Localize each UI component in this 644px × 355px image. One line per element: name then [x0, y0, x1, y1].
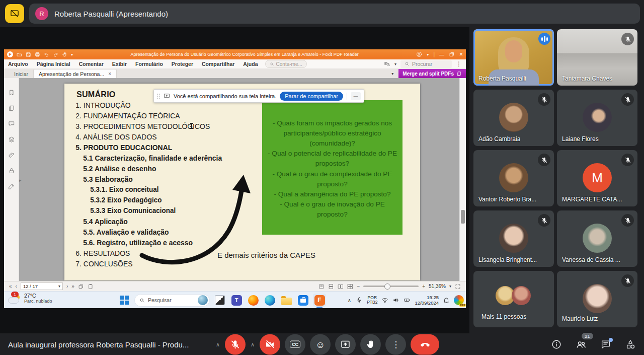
camera-toggle-button[interactable]: [260, 334, 280, 354]
last-page-button[interactable]: »: [71, 283, 74, 289]
participant-tile-margarete-cata[interactable]: MMARGARETE CATA...: [557, 150, 637, 206]
foxit-app-icon[interactable]: F: [313, 294, 326, 307]
foxit-title-bar[interactable]: F ▾ Apresentação de Persona do Usuário G…: [4, 49, 466, 59]
mic-toggle-button[interactable]: [225, 334, 246, 354]
first-page-button[interactable]: «: [9, 283, 12, 289]
activities-button[interactable]: [625, 339, 636, 350]
zoom-in-button[interactable]: +: [422, 283, 425, 289]
menu-ajuda[interactable]: Ajuda: [243, 61, 258, 67]
single-page-view-icon[interactable]: [318, 283, 325, 290]
more-options-button[interactable]: ⋮: [385, 334, 406, 354]
zoom-percentage[interactable]: 51,36%: [429, 283, 446, 289]
start-button[interactable]: [118, 294, 131, 307]
zoom-slider-knob[interactable]: [384, 283, 390, 290]
zoom-caret[interactable]: ▾: [449, 284, 451, 289]
edge-app-icon[interactable]: [263, 294, 276, 307]
minimize-button[interactable]: —: [439, 52, 444, 57]
participant-tile-vanessa-de-cassia[interactable]: Vanessa de Cassia ...: [557, 210, 637, 267]
participant-tile-ad-o-cambraia[interactable]: Adão Cambraia: [473, 90, 554, 146]
save-icon[interactable]: [26, 52, 31, 57]
hide-share-bar-button[interactable]: —: [351, 92, 361, 100]
qat-caret[interactable]: ▾: [71, 52, 73, 57]
task-view-button[interactable]: [213, 294, 226, 307]
layers-panel-icon[interactable]: [8, 136, 15, 143]
menu-arquivo[interactable]: Arquivo: [8, 61, 28, 67]
wifi-icon[interactable]: [381, 297, 388, 304]
open-file-icon[interactable]: [17, 52, 22, 57]
print-icon[interactable]: [35, 52, 40, 57]
participants-button[interactable]: 21: [576, 339, 587, 350]
zoom-slider[interactable]: [363, 286, 419, 287]
page-number-field[interactable]: 12 / 17 ▾: [21, 282, 63, 290]
account-caret[interactable]: ▾: [427, 52, 429, 57]
file-explorer-icon[interactable]: [280, 294, 293, 307]
pages-panel-icon[interactable]: [8, 105, 15, 112]
restore-button[interactable]: [449, 51, 455, 57]
weather-widget[interactable]: 1 27°C Parc. nublado: [8, 293, 52, 304]
more-tools-icon[interactable]: ⋮: [456, 60, 462, 67]
camera-options-chevron[interactable]: ∧: [250, 341, 255, 347]
mic-options-chevron[interactable]: ∧: [215, 341, 220, 347]
fullscreen-icon[interactable]: [455, 283, 461, 290]
raise-hand-button[interactable]: [360, 334, 381, 354]
participant-tile-lisangela-bringhent[interactable]: Lisangela Bringhent...: [473, 210, 554, 267]
advanced-search-caret[interactable]: ▾: [394, 62, 396, 66]
taskbar-search[interactable]: Pesquisar: [134, 294, 210, 307]
meeting-details-button[interactable]: [551, 339, 562, 350]
snapshot-icon[interactable]: [78, 283, 84, 290]
tray-mic-icon[interactable]: [356, 297, 363, 304]
tab-iniciar[interactable]: Iniciar: [9, 69, 33, 78]
bookmark-panel-icon[interactable]: [8, 89, 15, 96]
tab-apresenta-o-de-persona[interactable]: Apresentação de Persona...×: [33, 69, 117, 78]
menu-comentar[interactable]: Comentar: [79, 61, 104, 67]
presenting-indicator-icon[interactable]: [5, 4, 24, 23]
battery-icon[interactable]: [404, 297, 411, 304]
merge-split-pdfs-banner[interactable]: Merge and split PDFs: [398, 69, 466, 78]
firefox-app-icon[interactable]: [247, 294, 260, 307]
continuous-facing-view-icon[interactable]: [347, 283, 353, 290]
teams-app-icon[interactable]: T: [230, 294, 243, 307]
participant-tile-vantoir-roberto-bra[interactable]: Vantoir Roberto Bra...: [473, 150, 554, 206]
volume-icon[interactable]: [392, 297, 399, 304]
signature-panel-icon[interactable]: [8, 183, 15, 190]
presenter-spotlight-pill[interactable]: R Roberta Pasqualli (Apresentando): [29, 4, 640, 24]
leave-call-button[interactable]: [411, 334, 439, 354]
participant-tile-mauricio-lutz[interactable]: Mauricio Lutz: [557, 271, 637, 327]
stop-sharing-button[interactable]: Parar de compartilhar: [280, 92, 343, 101]
participant-tile-laiane-flores[interactable]: Laiane Flores: [557, 90, 637, 146]
participant-tile-mais-11-pessoas[interactable]: Mais 11 pessoas: [473, 271, 554, 327]
clock[interactable]: 19:25 12/09/2024: [415, 295, 439, 306]
clipboard-icon[interactable]: [88, 283, 94, 290]
document-scrollbar[interactable]: [459, 78, 466, 281]
language-indicator[interactable]: POR PTB2: [367, 296, 377, 305]
attachment-panel-icon[interactable]: [8, 152, 15, 159]
tray-overflow-chevron[interactable]: ∧: [347, 298, 352, 303]
present-button[interactable]: [335, 334, 356, 354]
participant-tile-taniamara-chaves[interactable]: Taniamara Chaves: [557, 29, 637, 86]
tell-me-search[interactable]: Conta-me...: [265, 60, 307, 68]
participant-tile-roberta-pasqualli[interactable]: Roberta Pasqualli: [473, 29, 554, 86]
undo-icon[interactable]: [44, 52, 49, 57]
reactions-button[interactable]: ☺: [310, 334, 331, 354]
next-page-button[interactable]: ›: [66, 283, 68, 289]
continuous-view-icon[interactable]: [328, 283, 334, 290]
security-panel-icon[interactable]: [8, 167, 15, 174]
prev-page-button[interactable]: ‹: [16, 283, 17, 289]
menu-proteger[interactable]: Proteger: [172, 61, 193, 67]
menu-formul-rio[interactable]: Formulário: [135, 61, 163, 67]
zoom-out-button[interactable]: −: [357, 283, 360, 289]
scrollbar-thumb[interactable]: [461, 210, 465, 224]
drag-handle[interactable]: [157, 94, 160, 99]
copilot-icon[interactable]: PRE: [454, 295, 464, 305]
account-icon[interactable]: [416, 51, 422, 57]
tab-list-caret[interactable]: ▾: [391, 72, 393, 76]
facing-view-icon[interactable]: [338, 283, 344, 290]
captions-button[interactable]: CC: [285, 334, 305, 354]
hand-tool-icon[interactable]: [62, 52, 67, 57]
microsoft-store-icon[interactable]: [296, 294, 309, 307]
tab-close-icon[interactable]: ×: [108, 71, 111, 77]
search-input[interactable]: Procurar: [400, 60, 452, 68]
advanced-search-icon[interactable]: [384, 61, 390, 67]
menu-compartilhar[interactable]: Compartilhar: [202, 61, 234, 67]
redo-icon[interactable]: [53, 52, 58, 57]
